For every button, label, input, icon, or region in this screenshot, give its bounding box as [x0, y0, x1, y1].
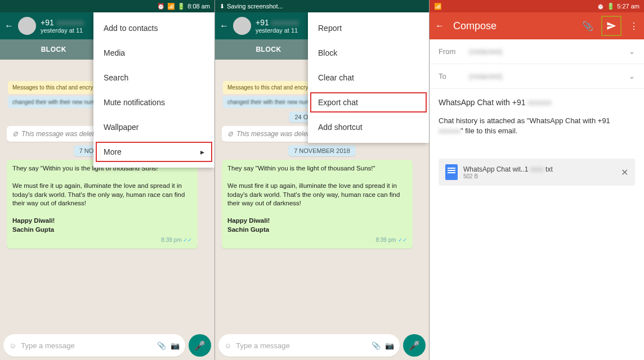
menu-block[interactable]: Block: [308, 40, 429, 65]
wifi-icon: 📶: [167, 3, 175, 10]
voice-button[interactable]: 🎤: [189, 334, 211, 357]
contact-name: +91: [256, 18, 269, 27]
msg-text: Sachin Gupta: [227, 226, 269, 233]
msg-text: We must fire it up again, illuminate the…: [227, 182, 407, 208]
emoji-icon[interactable]: ☺: [224, 341, 231, 350]
last-seen: yesterday at 11: [41, 27, 84, 34]
voice-button[interactable]: 🎤: [403, 334, 426, 357]
overflow-menu: Report Block Clear chat Export chat Add …: [308, 12, 429, 143]
msg-time: 8:39 pm: [161, 237, 181, 243]
save-icon: ⬇: [220, 3, 225, 10]
clock: 8:08 am: [187, 3, 210, 10]
chat-bubble[interactable]: They say "Within you is the light of tho…: [7, 160, 198, 249]
attach-icon[interactable]: 📎: [157, 341, 166, 350]
status-bar: 📶 ⏰🔋5:27 am: [430, 0, 644, 12]
avatar[interactable]: [233, 17, 251, 35]
status-bar: ⬇Saving screenshot...: [215, 0, 429, 12]
read-tick-icon: ✓✓: [398, 237, 407, 243]
from-label: From: [439, 47, 461, 56]
menu-search[interactable]: Search: [93, 65, 214, 90]
send-button[interactable]: [602, 17, 620, 35]
menu-mute[interactable]: Mute notifications: [93, 90, 214, 115]
attachment-size: 502 B: [463, 173, 553, 179]
msg-text: They say "Within you is the light of tho…: [227, 164, 407, 173]
body-field[interactable]: Chat history is attached as "WhatsApp Ch…: [430, 116, 644, 145]
to-label: To: [439, 72, 461, 80]
tab-block[interactable]: BLOCK: [0, 39, 108, 60]
msg-text: Happy Diwali!: [227, 217, 270, 224]
doc-icon: [445, 164, 458, 180]
attachment-chip[interactable]: WhatsApp Chat wit..1 xxxx txt 502 B ✕: [439, 159, 635, 186]
tab-block[interactable]: BLOCK: [215, 39, 322, 60]
battery-icon: 🔋: [607, 3, 615, 10]
placeholder: Type a message: [236, 341, 367, 350]
menu-export-chat[interactable]: Export chat: [308, 90, 429, 115]
saving-text: Saving screenshot...: [227, 3, 283, 10]
status-bar: ⏰📶🔋8:08 am: [0, 0, 214, 12]
msg-text: We must fire it up again, illuminate the…: [12, 182, 192, 208]
alarm-icon: ⏰: [597, 3, 605, 10]
menu-add-contacts[interactable]: Add to contacts: [93, 16, 214, 40]
back-icon[interactable]: ←: [220, 21, 229, 31]
message-input[interactable]: ☺ Type a message 📎 📷: [218, 334, 400, 357]
back-icon[interactable]: ←: [5, 21, 14, 31]
overflow-menu: Add to contacts Media Search Mute notifi…: [93, 12, 214, 168]
compose-header: ← Compose 📎 ⋮: [430, 12, 644, 39]
msg-time: 8:39 pm: [375, 237, 396, 243]
attach-icon[interactable]: 📎: [372, 341, 381, 350]
camera-icon[interactable]: 📷: [385, 341, 394, 350]
attachment-name: WhatsApp Chat wit..1: [463, 165, 528, 173]
more-icon[interactable]: ⋮: [629, 21, 638, 32]
message-input[interactable]: ☺ Type a message 📎 📷: [3, 334, 185, 357]
menu-wallpaper[interactable]: Wallpaper: [93, 115, 214, 140]
to-field[interactable]: To (redacted) ⌄: [430, 64, 644, 89]
chat-bubble[interactable]: They say "Within you is the light of tho…: [222, 160, 413, 249]
last-seen: yesterday at 11: [256, 27, 299, 34]
signal-icon: 📶: [434, 3, 442, 10]
chevron-down-icon[interactable]: ⌄: [629, 47, 635, 56]
msg-text: Happy Diwali!: [12, 217, 55, 224]
clock: 5:27 am: [617, 3, 639, 10]
subject-field[interactable]: WhatsApp Chat with +91 xxxxxx: [430, 89, 644, 116]
page-title: Compose: [453, 20, 573, 32]
chevron-right-icon: ▸: [200, 147, 204, 156]
emoji-icon[interactable]: ☺: [9, 341, 16, 350]
menu-clear[interactable]: Clear chat: [308, 65, 429, 90]
chevron-down-icon[interactable]: ⌄: [629, 72, 635, 80]
contact-name: +91: [41, 18, 54, 27]
from-value: (redacted): [469, 47, 621, 56]
from-field[interactable]: From (redacted) ⌄: [430, 39, 644, 64]
placeholder: Type a message: [21, 341, 153, 350]
menu-report[interactable]: Report: [308, 16, 429, 40]
attach-icon[interactable]: 📎: [582, 21, 593, 32]
menu-media[interactable]: Media: [93, 40, 214, 65]
menu-shortcut[interactable]: Add shortcut: [308, 115, 429, 140]
to-value: (redacted): [469, 72, 621, 80]
menu-more[interactable]: More▸: [93, 140, 214, 164]
read-tick-icon: ✓✓: [183, 237, 192, 243]
alarm-icon: ⏰: [157, 3, 165, 10]
battery-icon: 🔋: [177, 3, 185, 10]
camera-icon[interactable]: 📷: [171, 341, 180, 350]
back-icon[interactable]: ←: [435, 21, 444, 31]
msg-text: Sachin Gupta: [12, 226, 54, 233]
avatar[interactable]: [18, 17, 36, 35]
remove-attachment-icon[interactable]: ✕: [621, 167, 628, 178]
date-pill: 7 NOVEMBER 2018: [288, 145, 356, 156]
